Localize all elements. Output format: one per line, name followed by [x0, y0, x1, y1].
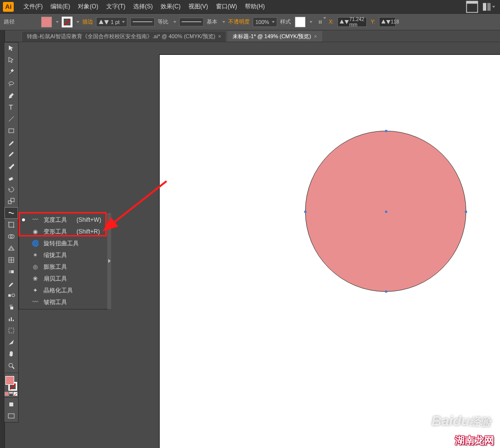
- menu-select[interactable]: 选择(S): [129, 2, 157, 11]
- perspective-grid-tool[interactable]: [4, 242, 18, 254]
- width-tool-active[interactable]: [4, 207, 18, 219]
- shape-builder-tool[interactable]: [4, 231, 18, 242]
- zoom-tool[interactable]: [4, 360, 18, 372]
- rotate-tool[interactable]: [4, 184, 18, 195]
- artboard-tool[interactable]: [4, 325, 18, 336]
- svg-rect-35: [9, 328, 14, 333]
- artboard[interactable]: [160, 55, 500, 448]
- flyout-label: 宽度工具: [44, 216, 67, 224]
- svg-rect-33: [11, 317, 12, 321]
- anchor-point[interactable]: [304, 211, 307, 213]
- menu-file[interactable]: 文件(F): [20, 2, 47, 11]
- flyout-pucker-tool[interactable]: ✶ 缩拢工具: [19, 249, 107, 261]
- blend-tool[interactable]: [4, 289, 18, 301]
- eraser-tool[interactable]: [4, 172, 18, 184]
- pen-tool[interactable]: [4, 90, 18, 101]
- stroke-swatch[interactable]: [62, 17, 72, 27]
- stroke-label[interactable]: 描边: [82, 18, 93, 25]
- blob-brush-tool[interactable]: [4, 160, 18, 172]
- flyout-label: 扇贝工具: [44, 275, 67, 283]
- document-tab[interactable]: 转曲-松鼠AI智适应教育《全国合作校校区安全指南》.ai* @ 400% (CM…: [22, 31, 226, 42]
- line-tool[interactable]: [4, 113, 18, 125]
- menu-help[interactable]: 帮助(H): [241, 2, 269, 11]
- pencil-tool[interactable]: [4, 148, 18, 160]
- opacity-label[interactable]: 不透明度: [228, 18, 250, 25]
- flyout-label: 皱褶工具: [44, 298, 67, 307]
- svg-rect-3: [487, 3, 491, 11]
- stroke-weight-input[interactable]: ⯅⯆ 1 pt: [96, 17, 127, 27]
- width-tool-icon: 〰: [31, 216, 40, 223]
- layout-icon[interactable]: [466, 2, 478, 12]
- column-graph-tool[interactable]: [4, 313, 18, 325]
- screen-mode[interactable]: [4, 410, 18, 422]
- flyout-twirl-tool[interactable]: 🌀 旋转扭曲工具: [19, 237, 107, 249]
- fill-swatch[interactable]: [41, 17, 52, 27]
- tool-flyout-menu: 〰 宽度工具 (Shift+W) ◉ 变形工具 (Shift+R) 🌀 旋转扭曲…: [19, 212, 108, 309]
- menu-effect[interactable]: 效果(C): [157, 2, 185, 11]
- tab-close-icon[interactable]: ×: [314, 34, 317, 39]
- opacity-input[interactable]: 100%: [253, 17, 277, 27]
- selection-tool[interactable]: [4, 43, 18, 54]
- flyout-warp-tool[interactable]: ◉ 变形工具 (Shift+R): [19, 226, 107, 237]
- pucker-tool-icon: ✶: [31, 252, 40, 259]
- flyout-label: 旋转扭曲工具: [44, 239, 79, 248]
- flyout-bloat-tool[interactable]: ◎ 膨胀工具: [19, 261, 107, 273]
- document-tab-active[interactable]: 未标题-1* @ 149% (CMYK/预览) ×: [227, 31, 322, 42]
- hand-tool[interactable]: [4, 348, 18, 360]
- flyout-wrinkle-tool[interactable]: 〰 皱褶工具: [19, 296, 107, 308]
- menu-view[interactable]: 视图(V): [185, 2, 212, 11]
- fill-indicator[interactable]: [5, 376, 14, 385]
- arrange-icon[interactable]: [482, 2, 495, 12]
- anchor-point[interactable]: [385, 290, 387, 293]
- circle-shape[interactable]: [305, 131, 466, 292]
- control-bar: 路径 描边 ⯅⯆ 1 pt 等比 基本 不透明度 100% 样式 X: ⯅⯆71…: [0, 14, 500, 30]
- symbol-sprayer-tool[interactable]: [4, 301, 18, 313]
- slice-tool[interactable]: [4, 336, 18, 348]
- anchor-point[interactable]: [465, 211, 467, 213]
- anchor-point[interactable]: [385, 130, 387, 132]
- gradient-tool[interactable]: [4, 266, 18, 278]
- brush-def-select[interactable]: [179, 18, 204, 26]
- fill-stroke-indicator[interactable]: [4, 375, 18, 392]
- draw-mode-normal[interactable]: [4, 399, 18, 410]
- center-point[interactable]: [385, 211, 387, 213]
- flyout-scallop-tool[interactable]: ❀ 扇贝工具: [19, 273, 107, 284]
- eyedropper-tool[interactable]: [4, 278, 18, 289]
- type-tool[interactable]: T: [4, 101, 18, 113]
- width-profile-select[interactable]: [130, 18, 155, 26]
- paintbrush-tool[interactable]: [4, 137, 18, 148]
- flyout-crystallize-tool[interactable]: ✦ 晶格化工具: [19, 284, 107, 296]
- y-input[interactable]: ⯅⯆118: [379, 17, 396, 27]
- menu-window[interactable]: 窗口(W): [212, 2, 241, 11]
- menu-edit[interactable]: 编辑(E): [47, 2, 74, 11]
- flyout-label: 变形工具: [44, 228, 67, 236]
- menu-object[interactable]: 对象(O): [74, 2, 102, 11]
- scale-tool[interactable]: [4, 195, 18, 207]
- object-type-label: 路径: [4, 18, 15, 25]
- svg-point-22: [8, 222, 9, 223]
- flyout-tearoff-handle[interactable]: [107, 213, 111, 309]
- svg-point-30: [12, 294, 15, 297]
- wrinkle-tool-icon: 〰: [31, 299, 40, 306]
- style-swatch[interactable]: [295, 17, 306, 27]
- direct-selection-tool[interactable]: [4, 54, 18, 66]
- flyout-label: 膨胀工具: [44, 263, 67, 271]
- tab-close-icon[interactable]: ×: [218, 34, 221, 39]
- align-icon[interactable]: [318, 19, 322, 25]
- flyout-label: 晶格化工具: [44, 286, 73, 295]
- x-input[interactable]: ⯅⯆71.242 mm: [337, 17, 367, 27]
- color-mode-swatches[interactable]: [4, 392, 18, 396]
- magic-wand-tool[interactable]: [4, 66, 18, 78]
- svg-rect-6: [320, 21, 322, 22]
- lasso-tool[interactable]: [4, 78, 18, 90]
- style-label[interactable]: 样式: [280, 18, 291, 25]
- svg-rect-28: [9, 270, 11, 273]
- menu-type[interactable]: 文字(T): [102, 2, 129, 11]
- rectangle-tool[interactable]: [4, 125, 18, 137]
- crystallize-tool-icon: ✦: [31, 287, 40, 294]
- flyout-width-tool[interactable]: 〰 宽度工具 (Shift+W): [19, 214, 107, 226]
- mesh-tool[interactable]: [4, 254, 18, 266]
- free-transform-tool[interactable]: [4, 219, 18, 231]
- twirl-tool-icon: 🌀: [31, 240, 40, 247]
- flyout-label: 缩拢工具: [44, 251, 67, 259]
